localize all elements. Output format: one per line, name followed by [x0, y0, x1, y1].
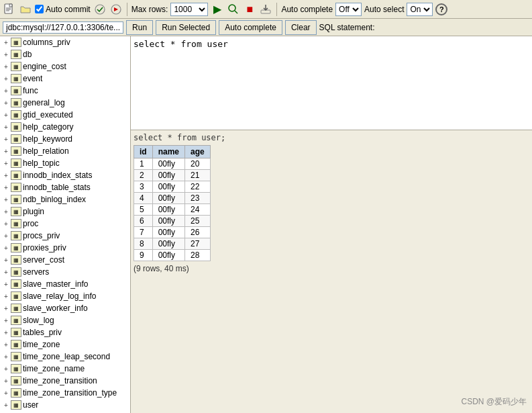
sidebar-item[interactable]: + ▦ func [0, 85, 130, 97]
sidebar-item[interactable]: + ▦ ndb_binlog_index [0, 193, 130, 205]
sidebar-item[interactable]: + ▦ time_zone [0, 338, 130, 351]
stop-icon[interactable]: ■ [243, 3, 256, 16]
sidebar-item[interactable]: + ▦ proc [0, 218, 130, 230]
table-icon: ▦ [11, 50, 21, 59]
sidebar-item[interactable]: + ▦ time_zone_transition [0, 375, 130, 387]
sql-stmt-label: SQL statement: [319, 23, 375, 32]
sidebar-item[interactable]: + ▦ tables_priv [0, 326, 130, 338]
table-icon: ▦ [11, 38, 21, 47]
sidebar-item[interactable]: + ▦ general_log [0, 97, 130, 109]
table-icon: ▦ [11, 340, 21, 349]
sidebar-item-label: db [23, 50, 32, 59]
sidebar-item[interactable]: + ▦ help_topic [0, 157, 130, 169]
sidebar-item[interactable]: + ▦ db [0, 48, 130, 60]
sidebar-item[interactable]: + ▦ help_category [0, 121, 130, 133]
table-icon: ▦ [11, 219, 21, 228]
expand-icon: + [1, 291, 11, 301]
sidebar-item[interactable]: + ▦ innodb_index_stats [0, 169, 130, 181]
table-icon: ▦ [11, 195, 21, 204]
sql-editor[interactable]: select * from user [131, 36, 532, 130]
sidebar-item[interactable]: + ▦ time_zone_transition_type [0, 387, 130, 399]
open-icon[interactable] [19, 3, 32, 16]
sidebar-item-label: help_relation [23, 146, 69, 156]
run-button[interactable]: Run [126, 20, 153, 35]
sidebar-item[interactable]: + ▦ gtid_executed [0, 109, 130, 121]
result-table: idnameage 100fly20200fly21300fly22400fly… [134, 145, 211, 261]
results-area: select * from user; idnameage 100fly2020… [131, 130, 532, 413]
sidebar-item[interactable]: + ▦ time_zone_leap_second [0, 351, 130, 363]
table-cell: 26 [185, 227, 211, 238]
expand-icon: + [1, 50, 11, 59]
table-cell: 00fly [152, 216, 184, 227]
sidebar-item[interactable]: + ▦ slave_worker_info [0, 302, 130, 314]
help-button[interactable]: ? [435, 3, 447, 15]
sidebar-item-label: general_log [23, 98, 65, 107]
table-cell: 00fly [152, 227, 184, 238]
table-cell: 23 [185, 193, 211, 204]
sidebar-item[interactable]: + ▦ innodb_table_stats [0, 181, 130, 193]
content-area: select * from user select * from user; i… [131, 36, 532, 413]
sidebar-item-label: help_topic [23, 158, 60, 168]
run-icon[interactable]: ▶ [211, 3, 224, 16]
sidebar-item[interactable]: + ▦ slow_log [0, 314, 130, 326]
table-cell: 00fly [152, 158, 184, 170]
sidebar-item-label: slave_relay_log_info [23, 291, 96, 301]
expand-icon: + [1, 122, 11, 132]
rollback-icon[interactable] [109, 3, 123, 16]
auto-commit-checkbox[interactable] [35, 5, 44, 13]
sidebar-item[interactable]: + ▦ time_zone_name [0, 363, 130, 375]
table-cell: 1 [134, 158, 153, 170]
sep1 [127, 3, 127, 16]
sidebar-item[interactable]: + ▦ slave_relay_log_info [0, 290, 130, 302]
table-cell: 00fly [152, 170, 184, 181]
sidebar-item[interactable]: + ▦ event [0, 73, 130, 85]
sidebar-item[interactable]: + ▦ slave_master_info [0, 278, 130, 290]
max-rows-select[interactable]: 1000100500500010000 [170, 3, 208, 16]
sidebar-item-label: time_zone [23, 340, 60, 349]
sidebar-item[interactable]: + ▦ plugin [0, 205, 130, 218]
search-icon[interactable] [227, 3, 240, 16]
expand-icon: + [1, 340, 11, 349]
table-cell: 3 [134, 181, 153, 193]
table-icon: ▦ [11, 279, 21, 289]
table-row: 800fly27 [134, 238, 211, 250]
sidebar-item[interactable]: + ▦ help_keyword [0, 133, 130, 145]
auto-commit-label[interactable]: Auto commit [35, 5, 91, 14]
result-query: select * from user; [134, 133, 529, 142]
sidebar-item[interactable]: + ▦ procs_priv [0, 230, 130, 242]
export-icon[interactable] [259, 3, 272, 16]
table-icon: ▦ [11, 291, 21, 301]
expand-icon: + [1, 62, 11, 71]
sidebar-item[interactable]: + ▦ user [0, 399, 130, 411]
sidebar-item[interactable]: + ▦ servers [0, 266, 130, 278]
table-icon: ▦ [11, 267, 21, 277]
table-icon: ▦ [11, 255, 21, 265]
auto-select-select[interactable]: OnOff [407, 3, 433, 16]
sidebar: + ▦ columns_priv + ▦ db + ▦ engine_cost … [0, 36, 131, 413]
sidebar-item[interactable]: + ▦ proxies_priv [0, 242, 130, 254]
table-cell: 7 [134, 227, 153, 238]
sidebar-item[interactable]: + ▦ columns_priv [0, 36, 130, 48]
run-selected-button[interactable]: Run Selected [156, 20, 216, 35]
sidebar-item-label: time_zone_transition [23, 376, 97, 385]
sidebar-item-label: slave_worker_info [23, 304, 88, 313]
table-cell: 00fly [152, 250, 184, 261]
table-row: 100fly20 [134, 158, 211, 170]
table-icon: ▦ [11, 352, 21, 361]
auto-complete-select[interactable]: OffOn [335, 3, 362, 16]
sidebar-item[interactable]: + ▦ server_cost [0, 254, 130, 266]
table-icon: ▦ [11, 207, 21, 216]
svg-line-7 [235, 11, 237, 13]
watermark: CSDN @爱码少年 [461, 396, 527, 408]
sidebar-item-label: ndb_binlog_index [23, 195, 86, 204]
expand-icon: + [1, 352, 11, 361]
table-icon: ▦ [11, 231, 21, 240]
new-icon[interactable] [3, 3, 16, 16]
sidebar-item[interactable]: + ▦ help_relation [0, 145, 130, 157]
svg-point-6 [229, 5, 235, 11]
sidebar-item[interactable]: + ▦ engine_cost [0, 60, 130, 73]
commit-icon[interactable] [93, 3, 107, 16]
clear-button[interactable]: Clear [285, 20, 317, 35]
table-cell: 00fly [152, 238, 184, 250]
auto-complete-button[interactable]: Auto complete [219, 20, 282, 35]
